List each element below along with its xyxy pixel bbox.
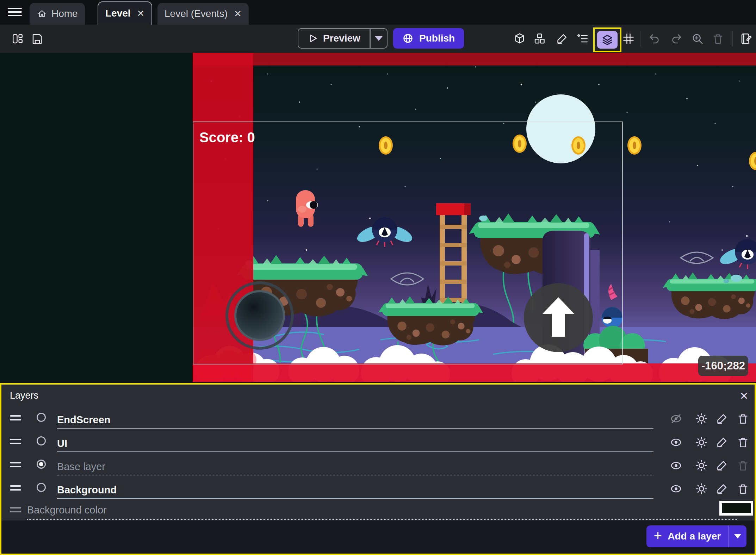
panel-title: Layers	[10, 390, 38, 401]
panel-footer: + Add a layer	[1, 520, 755, 554]
visibility-icon[interactable]	[668, 435, 684, 450]
layer-name-field[interactable]: EndScreen	[57, 407, 653, 429]
layer-radio[interactable]	[37, 436, 46, 445]
visibility-off-icon[interactable]	[668, 411, 684, 426]
visibility-icon[interactable]	[668, 458, 684, 473]
publish-label: Publish	[419, 33, 455, 44]
publish-button[interactable]: Publish	[393, 28, 464, 49]
edit-scene-properties-icon[interactable]	[738, 30, 755, 47]
layer-name: EndScreen	[57, 414, 111, 426]
lighting-icon[interactable]	[694, 458, 709, 473]
home-icon	[37, 8, 47, 19]
delete-layer-icon[interactable]	[735, 481, 751, 497]
edit-pencil-icon[interactable]	[554, 30, 571, 47]
jump-button[interactable]	[524, 283, 593, 352]
background-color-swatch[interactable]	[719, 501, 753, 516]
layers-icon	[597, 31, 618, 49]
grid-icon[interactable]	[620, 30, 637, 47]
tab-label: Level	[105, 8, 131, 19]
layers-panel-button-highlighted[interactable]	[593, 27, 621, 52]
visibility-icon[interactable]	[668, 481, 684, 497]
close-tab-icon[interactable]: ✕	[234, 8, 242, 19]
layer-name-field[interactable]: UI	[57, 430, 653, 452]
close-panel-icon[interactable]: ✕	[736, 388, 752, 404]
background-color-field[interactable]: Background color	[27, 501, 737, 520]
close-tab-icon[interactable]: ✕	[137, 8, 145, 19]
background-color-label: Background color	[27, 504, 107, 516]
delete-layer-icon[interactable]	[735, 411, 751, 426]
chevron-down-icon	[734, 534, 741, 538]
camera-bounds-top	[193, 53, 756, 66]
layer-name-field[interactable]: Base layer	[57, 454, 653, 475]
preview-button[interactable]: Preview	[298, 28, 388, 49]
drag-handle-icon[interactable]	[10, 415, 21, 423]
layout-panels-icon[interactable]	[9, 30, 26, 47]
scene-editor-viewport[interactable]: Score: 0 -160;282	[0, 53, 756, 382]
tab-level[interactable]: Level ✕	[98, 1, 152, 25]
objects-icon[interactable]	[531, 30, 548, 47]
tab-home[interactable]: Home	[30, 3, 85, 25]
layer-name: Base layer	[57, 461, 105, 473]
layers-panel: Layers ✕ EndScreen UI	[0, 383, 756, 555]
save-icon[interactable]	[29, 30, 46, 47]
layer-row: Background	[1, 477, 755, 500]
up-arrow-icon	[543, 297, 574, 337]
lighting-icon[interactable]	[694, 435, 709, 450]
score-text: Score: 0	[199, 130, 255, 145]
layer-row: EndScreen	[1, 407, 755, 430]
lighting-icon[interactable]	[694, 481, 709, 497]
tab-label: Home	[51, 8, 78, 19]
instances-list-icon[interactable]	[574, 30, 591, 47]
drag-handle-icon[interactable]	[10, 462, 21, 470]
lighting-icon[interactable]	[694, 411, 709, 426]
layer-row: UI	[1, 430, 755, 454]
preview-label: Preview	[323, 33, 360, 44]
delete-layer-icon[interactable]	[735, 435, 751, 450]
layer-name: Background	[57, 484, 117, 496]
trash-icon[interactable]	[709, 30, 726, 47]
preview-dropdown[interactable]	[370, 28, 388, 49]
add-layer-label: Add a layer	[668, 531, 721, 542]
layer-name-field[interactable]: Background	[57, 477, 653, 499]
menu-icon[interactable]	[8, 8, 22, 18]
gdevelop-editor: Home Level ✕ Level (Events) ✕ Preview	[0, 0, 756, 555]
camera-bounds-bottom	[193, 363, 756, 382]
toolbar: Preview Publish	[0, 25, 756, 53]
cursor-coordinates: -160;282	[698, 356, 748, 376]
toolbar-divider	[732, 31, 733, 46]
play-icon	[308, 33, 318, 44]
tab-label: Level (Events)	[165, 8, 228, 19]
layer-row: Base layer	[1, 454, 755, 477]
tab-bar: Home Level ✕ Level (Events) ✕	[0, 0, 756, 25]
chevron-down-icon	[375, 36, 383, 41]
edit-layer-icon[interactable]	[714, 458, 730, 473]
edit-layer-icon[interactable]	[714, 411, 730, 426]
zoom-in-icon[interactable]	[689, 30, 706, 47]
drag-handle-icon[interactable]	[10, 485, 21, 493]
tab-level-events[interactable]: Level (Events) ✕	[157, 3, 249, 25]
plus-icon: +	[654, 529, 662, 543]
delete-layer-icon-disabled	[735, 458, 751, 473]
layer-radio[interactable]	[37, 413, 46, 422]
add-layer-dropdown[interactable]	[729, 525, 746, 547]
toolbar-divider	[640, 31, 640, 46]
undo-icon[interactable]	[646, 30, 663, 47]
layer-radio[interactable]	[37, 483, 46, 492]
add-layer-button[interactable]: + Add a layer	[646, 525, 746, 547]
virtual-joystick[interactable]	[234, 290, 285, 341]
background-color-row: Background color	[1, 501, 755, 520]
redo-icon[interactable]	[668, 30, 685, 47]
drag-handle-icon[interactable]	[10, 439, 21, 447]
layer-name: UI	[57, 438, 67, 449]
drag-handle-icon	[10, 507, 21, 515]
3d-box-icon[interactable]	[511, 30, 528, 47]
edit-layer-icon[interactable]	[714, 481, 730, 497]
edit-layer-icon[interactable]	[714, 435, 730, 450]
globe-icon	[402, 33, 414, 44]
layer-radio-selected[interactable]	[37, 460, 46, 469]
